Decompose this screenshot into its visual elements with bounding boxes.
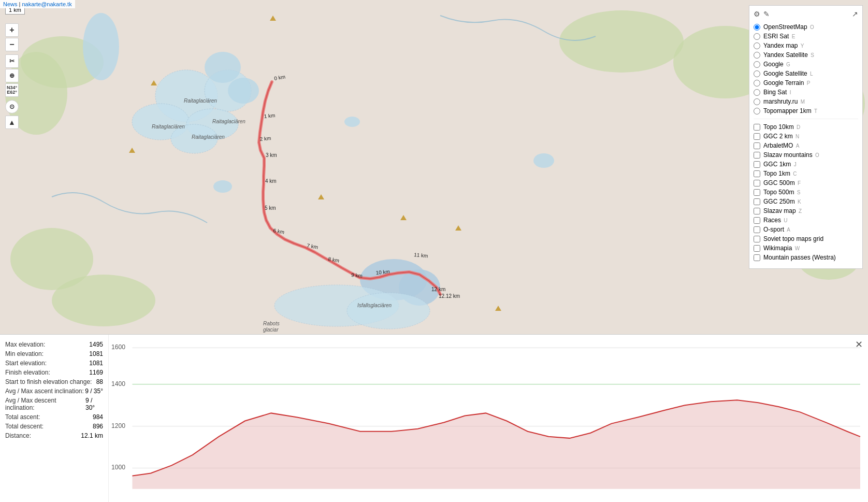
layer-esri-sat[interactable]: ESRI Sat E <box>754 32 858 41</box>
zoom-in-button[interactable]: + <box>5 23 19 37</box>
elevation-panel: Max elevation: 1495 Min elevation: 1081 … <box>0 334 868 502</box>
stat-start-elevation: Start elevation: 1081 <box>5 358 103 368</box>
svg-text:1400: 1400 <box>111 380 125 388</box>
stat-total-ascent: Total ascent: 984 <box>5 412 103 422</box>
elevation-stats: Max elevation: 1495 Min elevation: 1081 … <box>0 335 109 502</box>
layer-ggc1km[interactable]: GGC 1km J <box>754 160 858 169</box>
svg-point-24 <box>347 293 430 329</box>
base-layers-section: OpenStreetMap O ESRI Sat E Yandex map Y … <box>754 22 858 116</box>
layer-marshruty[interactable]: marshruty.ru M <box>754 97 858 106</box>
svg-point-3 <box>559 10 684 73</box>
close-elevation-button[interactable]: ✕ <box>855 339 863 350</box>
svg-point-9 <box>52 275 155 326</box>
elevation-chart-area: ✕ 1600 1400 1200 1000 <box>109 335 868 502</box>
svg-text:9 km: 9 km <box>351 272 363 279</box>
layer-google-terrain[interactable]: Google Terrain P <box>754 78 858 88</box>
stat-ascent-inclination: Avg / Max ascent inclination: 9 / 35° <box>5 386 103 396</box>
svg-text:Raitaglaciären: Raitaglaciären <box>152 124 185 130</box>
layer-google[interactable]: Google G <box>754 60 858 69</box>
svg-point-17 <box>228 78 259 104</box>
layer-ggc250m[interactable]: GGC 250m K <box>754 197 858 206</box>
layer-google-sat[interactable]: Google Satellite L <box>754 69 858 78</box>
svg-text:Isfallsglaciären: Isfallsglaciären <box>357 303 392 308</box>
svg-text:4 km: 4 km <box>265 178 277 184</box>
layer-panel: ⚙ ✎ ↗ OpenStreetMap O ESRI Sat E Yandex … <box>749 5 863 269</box>
layer-topomapper[interactable]: Topomapper 1km T <box>754 106 858 116</box>
stat-finish-elevation: Finish elevation: 1169 <box>5 368 103 377</box>
layer-osm[interactable]: OpenStreetMap O <box>754 22 858 32</box>
stat-descent-inclination: Avg / Max descent inclination: 9 / 30° <box>5 396 103 412</box>
layer-arbaletmo[interactable]: ArbaletMO A <box>754 141 858 150</box>
layer-panel-header: ⚙ ✎ ↗ <box>754 10 858 18</box>
site-link[interactable]: nakarte@nakarte.tk <box>22 1 72 7</box>
svg-text:2 km: 2 km <box>259 135 271 142</box>
svg-text:1200: 1200 <box>111 422 125 429</box>
map-container[interactable]: Raitaglaciären Raitaglaciären Raitaglaci… <box>0 0 868 334</box>
layer-panel-icons: ⚙ ✎ <box>754 10 770 18</box>
svg-text:glaciar: glaciar <box>263 327 279 333</box>
navigate-button[interactable]: ▲ <box>5 116 19 129</box>
svg-text:12.12 km: 12.12 km <box>439 293 460 299</box>
svg-point-20 <box>213 180 232 193</box>
svg-text:12 km: 12 km <box>431 286 445 292</box>
svg-text:1 km: 1 km <box>264 112 276 119</box>
svg-text:Rabots: Rabots <box>263 321 280 326</box>
layer-ggc2km[interactable]: GGC 2 km N <box>754 132 858 141</box>
svg-text:5 km: 5 km <box>265 205 276 211</box>
svg-text:Raitaglaciären: Raitaglaciären <box>192 134 225 140</box>
news-link[interactable]: News <box>3 1 18 7</box>
layer-topo10km[interactable]: Topo 10km D <box>754 122 858 132</box>
layer-slazav-map[interactable]: Slazav map Z <box>754 206 858 216</box>
layer-bing-sat[interactable]: Bing Sat I <box>754 88 858 97</box>
layer-wikimapia[interactable]: Wikimapia W <box>754 243 858 253</box>
layer-slazav-mountains[interactable]: Slazav mountains O <box>754 150 858 160</box>
measure-tool-button[interactable]: ⊕ <box>5 69 19 82</box>
layer-topo1km[interactable]: Topo 1km C <box>754 169 858 178</box>
svg-text:1000: 1000 <box>111 464 125 471</box>
stat-min-elevation: Min elevation: 1081 <box>5 349 103 358</box>
stat-elevation-change: Start to finish elevation change: 88 <box>5 377 103 386</box>
expand-icon[interactable]: ↗ <box>852 10 858 18</box>
svg-text:Raitaglaciären: Raitaglaciären <box>184 98 217 104</box>
layer-yandex-sat[interactable]: Yandex Satellite S <box>754 50 858 60</box>
top-bar: News | nakarte@nakarte.tk <box>0 0 75 8</box>
map-background: Raitaglaciären Raitaglaciären Raitaglaci… <box>0 0 868 334</box>
elevation-chart: 1600 1400 1200 1000 <box>109 340 863 497</box>
svg-point-21 <box>533 153 554 168</box>
edit-icon[interactable]: ✎ <box>763 10 770 18</box>
scissors-tool-button[interactable]: ✂ <box>5 54 19 68</box>
svg-text:1600: 1600 <box>111 343 125 351</box>
layer-soviet-topo[interactable]: Soviet topo maps grid <box>754 234 858 243</box>
layer-yandex-map[interactable]: Yandex map Y <box>754 41 858 50</box>
layer-topo500m[interactable]: Topo 500m S <box>754 188 858 197</box>
overlay-layers-section: Topo 10km D GGC 2 km N ArbaletMO A Slaza… <box>754 122 858 262</box>
settings-icon[interactable]: ⚙ <box>754 10 760 18</box>
coords-button[interactable]: N34°E62° <box>5 83 19 97</box>
layer-osport[interactable]: O-sport A <box>754 225 858 234</box>
svg-text:Raitaglaciären: Raitaglaciären <box>212 119 245 124</box>
stat-max-elevation: Max elevation: 1495 <box>5 340 103 349</box>
layer-ggc500m[interactable]: GGC 500m F <box>754 178 858 188</box>
zoom-out-button[interactable]: − <box>5 38 19 51</box>
svg-point-16 <box>205 52 241 83</box>
layer-mountain-passes[interactable]: Mountain passes (Westra) <box>754 253 858 262</box>
svg-point-22 <box>344 117 360 127</box>
compass-button[interactable]: ⊙ <box>5 100 19 113</box>
svg-text:3 km: 3 km <box>266 152 277 158</box>
stat-distance: Distance: 12.1 km <box>5 431 103 440</box>
map-controls: + − ✂ ⊕ N34°E62° ⊙ ▲ <box>5 23 19 129</box>
layer-races[interactable]: Races U <box>754 216 858 225</box>
svg-point-10 <box>83 13 119 80</box>
stat-total-descent: Total descent: 896 <box>5 422 103 431</box>
